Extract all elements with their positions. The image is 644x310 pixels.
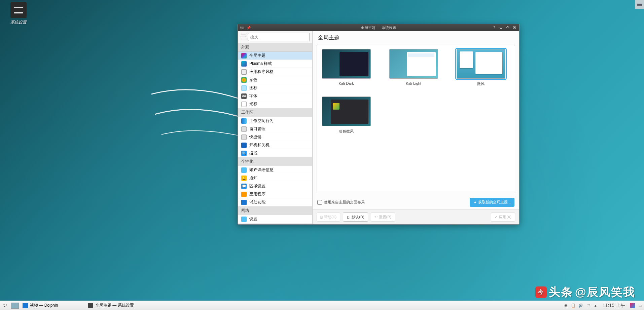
theme-grid-container: Kali-DarkKali-Light微风暗色微风 bbox=[317, 45, 515, 192]
sidebar-item[interactable]: Plasma 样式 bbox=[238, 60, 312, 68]
sidebar-item-label: 应用程序 bbox=[249, 191, 265, 197]
svg-point-6 bbox=[6, 304, 7, 305]
theme-card[interactable]: Kali-Light bbox=[388, 49, 439, 86]
svg-point-7 bbox=[4, 306, 5, 307]
maximize-button[interactable] bbox=[505, 25, 510, 30]
sidebar-item[interactable]: 设置 bbox=[238, 215, 312, 223]
sidebar-item-label: 账户详细信息 bbox=[249, 167, 274, 173]
windowmgmt-icon bbox=[241, 126, 247, 132]
sidebar-item[interactable]: 应用程序风格 bbox=[238, 68, 312, 76]
settings-icon bbox=[10, 2, 27, 18]
sidebar-item-label: 颜色 bbox=[249, 77, 257, 83]
theme-label: Kali-Dark bbox=[321, 81, 371, 85]
pin-icon[interactable]: 📌 bbox=[247, 26, 251, 30]
sidebar-item[interactable]: 开机和关机 bbox=[238, 141, 312, 149]
apps-icon bbox=[241, 192, 247, 197]
sidebar-item-label: 辅助功能 bbox=[249, 199, 265, 205]
sidebar-section-header: 工作区 bbox=[238, 108, 312, 117]
sidebar-item-label: 设置 bbox=[249, 216, 257, 222]
default-button[interactable]: 🗋 默认(D) bbox=[343, 212, 368, 222]
folder-icon bbox=[23, 303, 28, 308]
sidebar-item[interactable]: 辅助功能 bbox=[238, 198, 312, 206]
tray-expand-icon[interactable]: ▴ bbox=[593, 303, 598, 308]
sidebar-item[interactable]: 图标 bbox=[238, 84, 312, 92]
sidebar-item-label: 区域设置 bbox=[249, 183, 265, 189]
window-title: 全局主题 — 系统设置 bbox=[361, 25, 396, 30]
titlebar[interactable]: 📌 全局主题 — 系统设置 ? bbox=[238, 24, 519, 31]
sidebar-item-label: 全局主题 bbox=[249, 53, 265, 59]
watermark: 今 头条 @辰风笑我 bbox=[535, 284, 635, 300]
shortcut-icon bbox=[241, 134, 247, 140]
sidebar-list[interactable]: 外观全局主题Plasma 样式应用程序风格颜色图标Aa字体↖光标工作区工作空间行… bbox=[238, 43, 312, 224]
fonts-icon: Aa bbox=[241, 93, 247, 99]
sidebar-item[interactable]: ↖光标 bbox=[238, 100, 312, 108]
use-layout-checkbox[interactable]: 使用来自主题的桌面布局 bbox=[317, 200, 365, 205]
apply-button[interactable]: ✓ 应用(A) bbox=[491, 212, 515, 222]
sidebar-item[interactable]: 💬区域设置 bbox=[238, 182, 312, 190]
app-icon bbox=[240, 26, 244, 30]
svg-point-3 bbox=[243, 28, 244, 29]
panel-edit-button[interactable] bbox=[635, 0, 644, 9]
sidebar-item[interactable]: 🔍搜找 bbox=[238, 149, 312, 157]
network-icon[interactable]: ⬚ bbox=[586, 303, 591, 308]
sidebar-item[interactable]: 账户详细信息 bbox=[238, 166, 312, 174]
virtual-desktop-pager[interactable] bbox=[11, 303, 19, 309]
sidebar-item[interactable]: 🔔通知 bbox=[238, 174, 312, 182]
show-desktop-icon[interactable]: ▭ bbox=[638, 303, 643, 308]
sidebar-item[interactable]: 工作空间行为 bbox=[238, 117, 312, 125]
workbeh-icon bbox=[241, 118, 247, 124]
cursor-icon: ↖ bbox=[241, 102, 247, 107]
hamburger-menu-icon[interactable] bbox=[241, 35, 246, 39]
watermark-icon: 今 bbox=[535, 286, 547, 298]
start-menu-button[interactable] bbox=[1, 302, 9, 309]
sidebar-item-label: 通知 bbox=[249, 175, 257, 181]
sidebar-item[interactable]: Aa字体 bbox=[238, 92, 312, 100]
region-icon: 💬 bbox=[241, 184, 247, 189]
taskbar-item-label: 视频 — Dolphin bbox=[30, 303, 58, 308]
appstyle-icon bbox=[241, 69, 247, 75]
svg-point-5 bbox=[4, 304, 5, 305]
accessibility-icon[interactable]: ◉ bbox=[564, 303, 568, 308]
close-button[interactable] bbox=[512, 25, 517, 30]
theme-card[interactable]: 微风 bbox=[456, 49, 506, 86]
use-layout-checkbox-input[interactable] bbox=[317, 200, 322, 205]
sidebar-item-label: Plasma 样式 bbox=[249, 61, 272, 67]
taskbar-item-settings[interactable]: 全局主题 — 系统设置 bbox=[85, 301, 149, 310]
reset-button[interactable]: ↶ 重置(R) bbox=[371, 212, 395, 222]
sidebar-item-label: 快捷键 bbox=[249, 134, 261, 140]
sidebar-item[interactable]: 全局主题 bbox=[238, 52, 312, 60]
colors-icon bbox=[241, 77, 247, 83]
get-new-themes-button[interactable]: ★ 获取新的全局主题... bbox=[470, 198, 514, 207]
notify-icon: 🔔 bbox=[241, 176, 247, 181]
desktop-icon-system-settings[interactable]: 系统设置 bbox=[7, 2, 30, 25]
main-content: 全局主题 Kali-DarkKali-Light微风暗色微风 使用来自主题的桌面… bbox=[313, 31, 519, 224]
help-button[interactable]: ? bbox=[492, 25, 497, 30]
sidebar-item-label: 光标 bbox=[249, 101, 257, 107]
theme-label: 微风 bbox=[456, 81, 506, 86]
use-layout-checkbox-label: 使用来自主题的桌面布局 bbox=[324, 200, 365, 205]
theme-label: 暗色微风 bbox=[321, 129, 371, 134]
theme-icon bbox=[241, 53, 247, 59]
volume-icon[interactable]: 🔊 bbox=[578, 303, 583, 308]
sidebar-item-label: 字体 bbox=[249, 93, 257, 99]
sidebar-item[interactable]: 窗口管理 bbox=[238, 125, 312, 133]
theme-card[interactable]: Kali-Dark bbox=[321, 49, 371, 86]
clipboard-icon[interactable]: 📋 bbox=[571, 303, 576, 308]
notifications-icon[interactable] bbox=[630, 303, 635, 308]
help-button-footer[interactable]: ⍰ 帮助(H) bbox=[317, 212, 340, 222]
sidebar-section-header: 网络 bbox=[238, 206, 312, 215]
taskbar-clock[interactable]: 11:15 上午 bbox=[603, 303, 625, 309]
document-icon: 🗋 bbox=[347, 215, 350, 219]
sidebar-item[interactable]: 颜色 bbox=[238, 76, 312, 84]
search-input[interactable] bbox=[248, 33, 310, 41]
settings-icon bbox=[88, 303, 93, 308]
minimize-button[interactable] bbox=[498, 25, 504, 30]
theme-label: Kali-Light bbox=[388, 81, 439, 85]
sidebar-item-label: 搜找 bbox=[249, 150, 257, 156]
theme-card[interactable]: 暗色微风 bbox=[321, 96, 371, 134]
net-icon bbox=[241, 217, 247, 222]
taskbar-item-dolphin[interactable]: 视频 — Dolphin bbox=[20, 301, 84, 310]
sidebar-section-header: 外观 bbox=[238, 43, 312, 52]
sidebar-item[interactable]: 快捷键 bbox=[238, 133, 312, 141]
sidebar-item[interactable]: 应用程序 bbox=[238, 190, 312, 198]
